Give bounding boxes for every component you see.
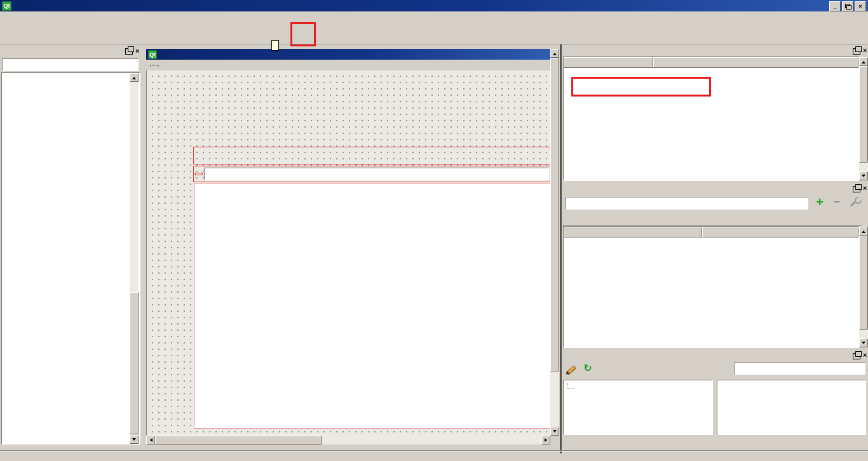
white-content-widget[interactable] <box>194 183 550 429</box>
hbox-layout-buttons[interactable] <box>193 147 550 164</box>
scroll-up-button[interactable] <box>859 57 868 66</box>
form-window-titlebar[interactable]: Qt <box>146 49 550 60</box>
add-property-button[interactable]: + <box>813 196 826 208</box>
close-panel-icon[interactable]: × <box>863 185 867 192</box>
property-filter-input[interactable] <box>566 197 808 210</box>
widget-list <box>1 72 140 444</box>
resource-tree-pane[interactable] <box>563 380 713 435</box>
float-panel-icon[interactable] <box>853 186 860 192</box>
form-canvas[interactable] <box>146 70 550 436</box>
property-editor-header: × <box>563 183 868 194</box>
column-property[interactable] <box>564 227 702 237</box>
text-label[interactable] <box>195 173 203 175</box>
close-panel-icon[interactable]: × <box>863 47 867 55</box>
title-bar: Qt _ × <box>0 0 868 11</box>
scroll-left-button[interactable] <box>146 436 155 444</box>
app-icon: Qt <box>2 1 11 11</box>
close-panel-icon[interactable]: × <box>135 48 139 55</box>
column-value[interactable] <box>702 227 858 237</box>
object-inspector-header: × <box>563 45 868 57</box>
tree-line <box>567 382 574 389</box>
scroll-thumb[interactable] <box>859 66 868 163</box>
type-here-hint[interactable] <box>150 65 159 66</box>
widget-filter-input[interactable] <box>2 58 139 71</box>
resource-filter-input[interactable] <box>735 362 865 375</box>
scroll-down-button[interactable] <box>130 435 139 444</box>
qt-designer-window: Qt _ × × Q <box>0 0 868 461</box>
close-panel-icon[interactable]: × <box>863 352 867 359</box>
reload-resources-icon[interactable]: ↻ <box>582 363 593 374</box>
scroll-thumb[interactable] <box>155 436 322 444</box>
property-context <box>563 215 862 226</box>
edit-resources-icon[interactable] <box>566 363 577 375</box>
resource-browser-header: × <box>563 350 868 361</box>
status-bar <box>0 451 868 461</box>
widget-box-header: × <box>1 45 143 57</box>
float-panel-icon[interactable] <box>853 48 860 55</box>
scroll-right-button[interactable] <box>541 436 550 444</box>
scroll-up-button[interactable] <box>130 73 139 82</box>
scroll-down-button[interactable] <box>550 427 559 436</box>
form-menubar <box>146 60 550 71</box>
column-object[interactable] <box>564 57 653 68</box>
remove-property-button[interactable]: − <box>831 196 843 208</box>
scroll-thumb[interactable] <box>859 236 868 330</box>
scroll-thumb[interactable] <box>130 292 139 434</box>
configure-property-button[interactable] <box>849 196 860 208</box>
form-icon: Qt <box>148 50 157 59</box>
column-class[interactable] <box>653 57 858 68</box>
hbox-layout-label[interactable] <box>193 166 550 182</box>
minimize-button[interactable]: _ <box>829 1 841 11</box>
line-edit[interactable] <box>204 168 549 180</box>
float-panel-icon[interactable] <box>125 48 133 55</box>
float-panel-icon[interactable] <box>853 353 860 359</box>
scroll-down-button[interactable] <box>859 171 868 180</box>
resource-content-pane[interactable] <box>717 380 866 435</box>
scroll-up-button[interactable] <box>859 227 868 236</box>
tooltip <box>271 40 279 51</box>
restore-button[interactable] <box>842 1 853 11</box>
panel-divider[interactable] <box>560 44 562 453</box>
close-button[interactable]: × <box>855 1 866 11</box>
scroll-up-button[interactable] <box>550 49 559 58</box>
menu-bar <box>0 11 868 23</box>
scroll-down-button[interactable] <box>859 338 868 347</box>
scroll-thumb[interactable] <box>550 58 559 371</box>
toolbar <box>0 23 868 44</box>
